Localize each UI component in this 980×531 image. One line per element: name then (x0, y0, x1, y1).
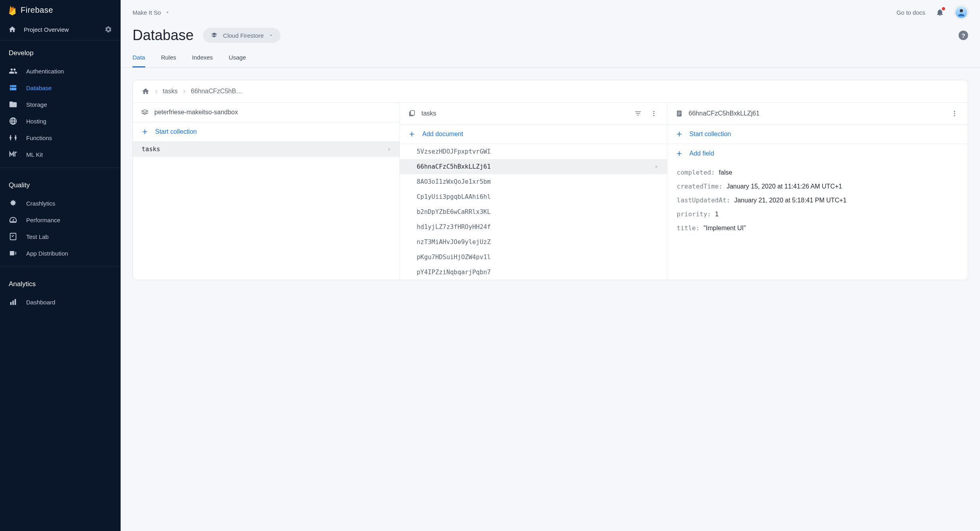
sidebar: Firebase Project Overview Develop Authen… (0, 0, 121, 531)
tab-rules[interactable]: Rules (161, 54, 176, 67)
document-item[interactable]: pKgu7HDSuiHjOZW4pv1l (400, 250, 667, 265)
action-label: Start collection (155, 128, 197, 135)
nav-label: Dashboard (26, 299, 55, 306)
start-collection-button[interactable]: Start collection (667, 125, 968, 144)
document-item[interactable]: pY4IPZziNqbqarjPqbn7 (400, 265, 667, 280)
chevron-right-icon: › (654, 163, 658, 170)
sidebar-item-dashboard[interactable]: Dashboard (0, 294, 121, 310)
svg-rect-19 (678, 113, 680, 114)
project-overview-link[interactable]: Project Overview (8, 25, 69, 34)
field-key: priority: (677, 210, 711, 218)
nav-label: Functions (26, 135, 52, 141)
svg-point-22 (954, 113, 955, 114)
section-quality-title: Quality (0, 173, 121, 195)
field-row[interactable]: lastUpdatedAt:January 21, 2020 at 5:18:4… (667, 193, 968, 207)
chevron-right-icon: › (387, 146, 391, 153)
plus-icon (141, 128, 149, 136)
service-selector[interactable]: Cloud Firestore (203, 28, 281, 43)
svg-point-3 (11, 88, 12, 89)
collection-item[interactable]: tasks › (133, 142, 400, 157)
svg-rect-7 (10, 251, 14, 256)
document-id: 8AO3oI1zWxQoJe1xr5bm (417, 178, 491, 185)
add-document-button[interactable]: Add document (400, 125, 667, 144)
svg-rect-9 (12, 300, 14, 305)
plus-icon (675, 150, 683, 158)
sidebar-item-appdist[interactable]: App Distribution (0, 245, 121, 262)
tabs: Data Rules Indexes Usage (121, 46, 980, 68)
crashlytics-icon (9, 199, 17, 208)
svg-point-16 (653, 115, 654, 116)
document-item[interactable]: nzT3MiAHvJOe9ylejUzZ (400, 235, 667, 250)
sidebar-item-testlab[interactable]: Test Lab (0, 228, 121, 245)
barchart-icon (9, 298, 17, 306)
collection-name: tasks (142, 146, 160, 153)
svg-rect-20 (678, 115, 679, 115)
document-id: hd1yjLZ7z3fHROyHH24f (417, 223, 491, 231)
sidebar-item-authentication[interactable]: Authentication (0, 63, 121, 79)
project-dropdown[interactable]: Make It So (133, 9, 170, 16)
document-item[interactable]: b2nDpYZbE6wCaRRlx3KL (400, 204, 667, 219)
plus-icon (408, 130, 416, 138)
field-row[interactable]: priority:1 (667, 207, 968, 221)
sidebar-item-crashlytics[interactable]: Crashlytics (0, 195, 121, 212)
sidebar-item-mlkit[interactable]: ML Kit (0, 146, 121, 163)
database-icon (9, 83, 17, 92)
chevron-right-icon: › (183, 88, 185, 95)
tab-data[interactable]: Data (133, 54, 145, 67)
avatar[interactable] (955, 6, 968, 19)
service-label: Cloud Firestore (223, 32, 264, 39)
topbar: Make It So Go to docs (121, 0, 980, 19)
field-row[interactable]: createdTime:January 15, 2020 at 11:41:26… (667, 179, 968, 193)
breadcrumb-home-icon[interactable] (142, 87, 150, 95)
more-vert-icon[interactable] (649, 108, 659, 119)
breadcrumb: › tasks › 66hnaCFzC5hB… (133, 80, 968, 103)
help-button[interactable]: ? (959, 31, 968, 40)
sidebar-item-storage[interactable]: Storage (0, 96, 121, 113)
field-row[interactable]: title:"Implement UI" (667, 221, 968, 235)
document-id: pY4IPZziNqbqarjPqbn7 (417, 269, 491, 276)
filter-icon[interactable] (633, 108, 643, 119)
settings-gear-icon[interactable] (104, 25, 113, 34)
document-id: b2nDpYZbE6wCaRRlx3KL (417, 208, 491, 215)
document-id: 66hnaCFzC5hBxkLLZj61 (417, 163, 491, 170)
notifications-button[interactable] (936, 8, 944, 17)
divider (0, 266, 121, 267)
document-header: 66hnaCFzC5hBxkLLZj61 (689, 110, 760, 117)
action-label: Add field (690, 150, 714, 157)
svg-point-11 (960, 9, 963, 12)
svg-point-2 (11, 86, 12, 87)
field-key: lastUpdatedAt: (677, 196, 730, 204)
tab-usage[interactable]: Usage (229, 54, 246, 67)
sidebar-item-functions[interactable]: Functions (0, 129, 121, 146)
document-id: pKgu7HDSuiHjOZW4pv1l (417, 254, 491, 261)
tab-indexes[interactable]: Indexes (192, 54, 213, 67)
logo[interactable]: Firebase (0, 0, 121, 19)
docs-link[interactable]: Go to docs (896, 9, 925, 16)
document-item[interactable]: 5VzsezHDOJFpxptvrGWI (400, 144, 667, 159)
svg-rect-6 (10, 233, 16, 240)
field-key: title: (677, 224, 700, 232)
ml-icon (9, 150, 17, 159)
firestore-icon (210, 31, 218, 39)
sidebar-item-performance[interactable]: Performance (0, 212, 121, 228)
more-vert-icon[interactable] (949, 108, 960, 119)
sidebar-item-database[interactable]: Database (0, 79, 121, 96)
document-item[interactable]: 66hnaCFzC5hBxkLLZj61› (400, 159, 667, 174)
document-item[interactable]: hd1yjLZ7z3fHROyHH24f (400, 219, 667, 235)
document-item[interactable]: Cp1yUii3pgqbLAAhi6hl (400, 189, 667, 204)
field-row[interactable]: completed:false (667, 165, 968, 179)
start-collection-button[interactable]: Start collection (133, 122, 400, 142)
data-panel: › tasks › 66hnaCFzC5hB… peterfriese-make… (133, 80, 968, 280)
document-item[interactable]: 8AO3oI1zWxQoJe1xr5bm (400, 174, 667, 189)
breadcrumb-item[interactable]: 66hnaCFzC5hB… (191, 88, 242, 95)
stack-icon (141, 108, 149, 116)
collection-header: tasks (421, 110, 436, 117)
nav-label: Storage (26, 101, 47, 108)
add-field-button[interactable]: Add field (667, 144, 968, 163)
field-value: "Implement UI" (703, 225, 746, 232)
nav-label: Test Lab (26, 233, 49, 240)
nav-label: Hosting (26, 118, 46, 125)
breadcrumb-item[interactable]: tasks (163, 88, 177, 95)
sidebar-item-hosting[interactable]: Hosting (0, 113, 121, 129)
caret-down-icon (165, 10, 170, 15)
